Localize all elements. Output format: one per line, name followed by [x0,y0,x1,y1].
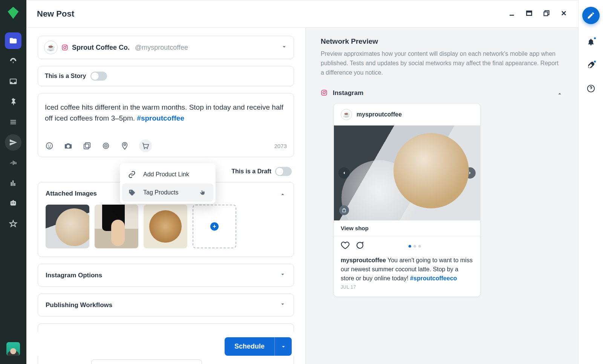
help-icon[interactable] [587,84,595,94]
carousel-prev-button[interactable] [338,167,350,179]
window-maximize-icon[interactable] [525,9,533,18]
chevron-up-icon [279,189,286,198]
nav-rail-left [0,0,26,364]
nav-inbox-icon[interactable] [5,73,21,90]
shopping-popover: Add Product Link Tag Products [120,163,216,204]
nav-rail-right [578,0,603,364]
instagram-preview-card: ☕ mysproutcoffee View shop [334,103,481,297]
profile-name: Sprout Coffee Co. [72,44,130,52]
svg-point-8 [46,143,53,149]
view-shop-link[interactable]: View shop [334,220,480,236]
nav-bot-icon[interactable] [5,195,21,212]
when-to-post-select[interactable]: Specific days and times [91,359,202,364]
post-text-input[interactable]: Iced coffee hits different in the warm m… [45,102,287,128]
draft-toggle[interactable] [275,167,292,176]
profile-selector[interactable]: ☕ Sprout Coffee Co. @mysproutcoffee [38,36,294,59]
profile-avatar-icon: ☕ [44,41,58,54]
preview-caption: mysproutcoffee You aren't going to want … [334,253,480,284]
nav-pin-icon[interactable] [5,93,21,110]
chevron-down-icon [279,301,286,309]
story-toggle[interactable] [90,72,107,81]
compose-pane: ☕ Sprout Coffee Co. @mysproutcoffee This… [26,28,305,364]
close-icon[interactable] [560,9,568,18]
svg-point-10 [50,145,51,145]
gallery-tool-icon[interactable] [83,141,92,150]
schedule-menu-button[interactable] [274,337,292,356]
preview-help-text: Preview approximates how your content wi… [321,49,562,77]
svg-point-20 [325,91,326,92]
target-tool-icon[interactable] [101,141,110,150]
window-restore-icon[interactable] [543,9,550,18]
preview-network-header[interactable]: Instagram [321,87,563,103]
shopping-tool-icon[interactable] [139,139,152,152]
cursor-hand-icon [199,189,206,196]
svg-point-7 [66,46,67,46]
preview-avatar-icon: ☕ [341,109,352,120]
nav-dashboard-icon[interactable] [5,53,21,69]
nav-folder-icon[interactable] [5,32,21,49]
publishing-workflows-header[interactable]: Publishing Workflows [38,294,294,316]
nav-star-icon[interactable] [5,216,21,232]
chevron-up-icon [556,89,563,97]
svg-rect-0 [510,15,514,15]
location-tool-icon[interactable] [120,141,129,150]
instagram-options-header[interactable]: Instagram Options [38,264,294,286]
plus-icon: + [210,222,219,231]
svg-point-6 [64,46,66,49]
carousel-next-button[interactable] [464,167,476,179]
camera-tool-icon[interactable] [64,141,73,150]
sprout-logo-icon[interactable] [7,7,19,19]
minimize-icon[interactable] [508,9,516,18]
story-toggle-label: This is a Story [45,73,86,80]
hashtag: #sproutcoffee [137,114,184,122]
character-count: 2073 [274,143,287,149]
emoji-tool-icon[interactable] [45,141,54,150]
chevron-down-icon [279,271,286,280]
compose-fab-button[interactable] [582,7,600,24]
svg-point-9 [48,145,49,145]
svg-rect-12 [84,144,89,149]
page-title: New Post [37,9,508,19]
preview-date: JUL 17 [334,284,480,297]
nav-send-icon[interactable] [5,134,21,151]
chevron-down-icon [280,343,287,350]
instagram-icon [61,44,68,51]
svg-rect-4 [544,12,548,15]
add-product-link-item[interactable]: Add Product Link [122,165,213,184]
nav-list-icon[interactable] [5,114,21,130]
svg-rect-2 [526,11,531,12]
draft-toggle-label: This is a Draft [231,168,271,175]
comment-icon[interactable] [355,241,364,251]
attached-image-1[interactable] [46,205,89,248]
notifications-icon[interactable] [587,38,595,47]
svg-point-16 [144,148,145,149]
preview-pane: Network Preview Preview approximates how… [305,28,578,364]
nav-audio-icon[interactable] [5,154,21,171]
svg-point-17 [147,148,148,149]
feather-icon[interactable] [587,61,595,71]
header: New Post [26,0,578,28]
attached-image-3[interactable] [144,205,187,248]
like-icon[interactable] [341,241,350,251]
tag-products-item[interactable]: Tag Products [122,184,213,202]
add-image-button[interactable]: + [193,205,236,248]
svg-point-19 [323,92,325,94]
profile-handle: @mysproutcoffee [135,44,188,52]
schedule-button[interactable]: Schedule [225,337,274,356]
svg-point-15 [106,145,107,147]
svg-rect-11 [85,143,90,148]
user-avatar[interactable] [6,342,20,356]
attached-image-2[interactable] [95,205,138,248]
preview-title: Network Preview [321,37,563,46]
carousel-dots [409,245,421,248]
instagram-icon [321,89,328,97]
preview-handle: mysproutcoffee [357,111,402,118]
nav-reports-icon[interactable] [5,175,21,191]
shopping-bag-icon [339,205,349,215]
chevron-down-icon [281,43,288,52]
preview-image [334,125,480,220]
